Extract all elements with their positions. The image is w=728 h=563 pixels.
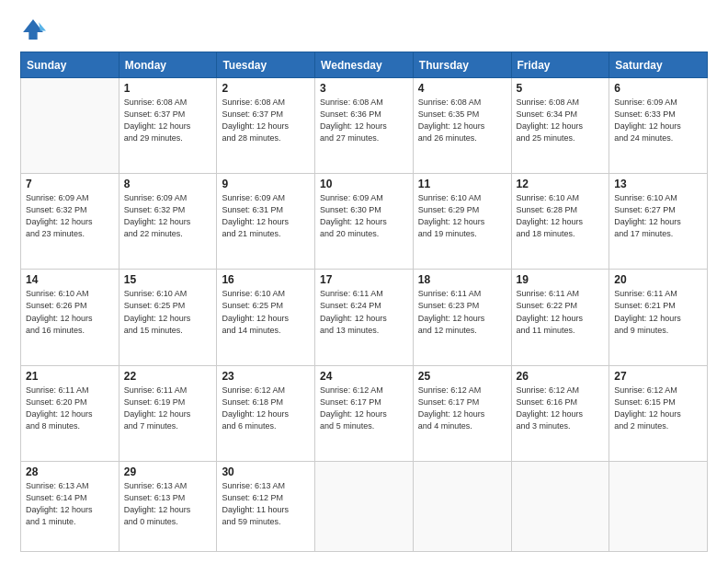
day-info: Sunrise: 6:10 AM Sunset: 6:26 PM Dayligh…	[26, 288, 114, 336]
day-number: 18	[418, 273, 506, 286]
day-number: 4	[418, 82, 506, 95]
day-info: Sunrise: 6:12 AM Sunset: 6:16 PM Dayligh…	[517, 385, 605, 432]
day-number: 29	[124, 465, 212, 478]
week-row-4: 21Sunrise: 6:11 AM Sunset: 6:20 PM Dayli…	[21, 365, 708, 461]
day-number: 5	[517, 82, 605, 95]
day-number: 9	[222, 178, 310, 190]
calendar-cell: 7Sunrise: 6:09 AM Sunset: 6:32 PM Daylig…	[21, 174, 119, 270]
day-number: 19	[517, 273, 605, 286]
header	[20, 17, 708, 42]
day-number: 16	[222, 273, 310, 286]
day-info: Sunrise: 6:10 AM Sunset: 6:28 PM Dayligh…	[517, 192, 605, 240]
day-info: Sunrise: 6:12 AM Sunset: 6:18 PM Dayligh…	[222, 385, 310, 432]
calendar-cell	[609, 461, 708, 551]
calendar-cell: 3Sunrise: 6:08 AM Sunset: 6:36 PM Daylig…	[315, 78, 414, 174]
logo	[20, 17, 50, 42]
calendar-cell: 20Sunrise: 6:11 AM Sunset: 6:21 PM Dayli…	[609, 270, 708, 365]
calendar-cell: 1Sunrise: 6:08 AM Sunset: 6:37 PM Daylig…	[119, 78, 217, 174]
day-info: Sunrise: 6:10 AM Sunset: 6:27 PM Dayligh…	[614, 192, 702, 240]
calendar-cell	[413, 461, 511, 551]
calendar-cell: 22Sunrise: 6:11 AM Sunset: 6:19 PM Dayli…	[119, 365, 217, 461]
calendar-cell: 8Sunrise: 6:09 AM Sunset: 6:32 PM Daylig…	[119, 174, 217, 270]
calendar-cell: 25Sunrise: 6:12 AM Sunset: 6:17 PM Dayli…	[413, 365, 511, 461]
day-info: Sunrise: 6:10 AM Sunset: 6:29 PM Dayligh…	[418, 192, 506, 240]
weekday-header-row: SundayMondayTuesdayWednesdayThursdayFrid…	[21, 52, 708, 78]
day-info: Sunrise: 6:10 AM Sunset: 6:25 PM Dayligh…	[222, 288, 310, 336]
weekday-header-tuesday: Tuesday	[217, 52, 315, 78]
day-number: 8	[124, 178, 212, 190]
weekday-header-thursday: Thursday	[413, 52, 511, 78]
day-info: Sunrise: 6:08 AM Sunset: 6:36 PM Dayligh…	[320, 97, 408, 144]
calendar-cell	[315, 461, 414, 551]
calendar-cell	[511, 461, 609, 551]
day-number: 3	[320, 82, 408, 95]
weekday-header-monday: Monday	[119, 52, 217, 78]
day-info: Sunrise: 6:13 AM Sunset: 6:13 PM Dayligh…	[124, 480, 212, 528]
calendar-cell: 2Sunrise: 6:08 AM Sunset: 6:37 PM Daylig…	[217, 78, 315, 174]
weekday-header-friday: Friday	[511, 52, 609, 78]
day-number: 26	[517, 370, 605, 383]
weekday-header-saturday: Saturday	[609, 52, 708, 78]
weekday-header-sunday: Sunday	[21, 52, 119, 78]
day-number: 7	[26, 178, 114, 190]
calendar-table: SundayMondayTuesdayWednesdayThursdayFrid…	[20, 52, 708, 552]
calendar-cell: 15Sunrise: 6:10 AM Sunset: 6:25 PM Dayli…	[119, 270, 217, 365]
day-number: 30	[222, 465, 310, 478]
logo-icon	[20, 17, 46, 42]
day-info: Sunrise: 6:11 AM Sunset: 6:22 PM Dayligh…	[517, 288, 605, 336]
day-info: Sunrise: 6:11 AM Sunset: 6:21 PM Dayligh…	[614, 288, 702, 336]
day-number: 20	[614, 273, 702, 286]
day-info: Sunrise: 6:11 AM Sunset: 6:19 PM Dayligh…	[124, 385, 212, 432]
week-row-1: 1Sunrise: 6:08 AM Sunset: 6:37 PM Daylig…	[21, 78, 708, 174]
calendar-cell: 24Sunrise: 6:12 AM Sunset: 6:17 PM Dayli…	[315, 365, 414, 461]
day-number: 15	[124, 273, 212, 286]
calendar-cell: 5Sunrise: 6:08 AM Sunset: 6:34 PM Daylig…	[511, 78, 609, 174]
calendar-cell: 23Sunrise: 6:12 AM Sunset: 6:18 PM Dayli…	[217, 365, 315, 461]
week-row-3: 14Sunrise: 6:10 AM Sunset: 6:26 PM Dayli…	[21, 270, 708, 365]
day-info: Sunrise: 6:08 AM Sunset: 6:37 PM Dayligh…	[124, 97, 212, 144]
calendar-cell: 29Sunrise: 6:13 AM Sunset: 6:13 PM Dayli…	[119, 461, 217, 551]
day-info: Sunrise: 6:08 AM Sunset: 6:34 PM Dayligh…	[517, 97, 605, 144]
day-info: Sunrise: 6:09 AM Sunset: 6:31 PM Dayligh…	[222, 192, 310, 240]
calendar-cell: 9Sunrise: 6:09 AM Sunset: 6:31 PM Daylig…	[217, 174, 315, 270]
calendar-cell: 28Sunrise: 6:13 AM Sunset: 6:14 PM Dayli…	[21, 461, 119, 551]
day-info: Sunrise: 6:12 AM Sunset: 6:17 PM Dayligh…	[320, 385, 408, 432]
day-number: 13	[614, 178, 702, 190]
day-number: 21	[26, 370, 114, 383]
calendar-cell: 17Sunrise: 6:11 AM Sunset: 6:24 PM Dayli…	[315, 270, 414, 365]
day-info: Sunrise: 6:09 AM Sunset: 6:32 PM Dayligh…	[124, 192, 212, 240]
day-info: Sunrise: 6:11 AM Sunset: 6:20 PM Dayligh…	[26, 385, 114, 432]
calendar-cell: 19Sunrise: 6:11 AM Sunset: 6:22 PM Dayli…	[511, 270, 609, 365]
day-info: Sunrise: 6:09 AM Sunset: 6:30 PM Dayligh…	[320, 192, 408, 240]
day-number: 1	[124, 82, 212, 95]
calendar-cell: 27Sunrise: 6:12 AM Sunset: 6:15 PM Dayli…	[609, 365, 708, 461]
day-info: Sunrise: 6:08 AM Sunset: 6:35 PM Dayligh…	[418, 97, 506, 144]
calendar-cell: 30Sunrise: 6:13 AM Sunset: 6:12 PM Dayli…	[217, 461, 315, 551]
weekday-header-wednesday: Wednesday	[315, 52, 414, 78]
day-number: 10	[320, 178, 408, 190]
day-info: Sunrise: 6:12 AM Sunset: 6:15 PM Dayligh…	[614, 385, 702, 432]
calendar-cell: 11Sunrise: 6:10 AM Sunset: 6:29 PM Dayli…	[413, 174, 511, 270]
day-number: 24	[320, 370, 408, 383]
day-number: 2	[222, 82, 310, 95]
calendar-cell: 18Sunrise: 6:11 AM Sunset: 6:23 PM Dayli…	[413, 270, 511, 365]
calendar-cell: 21Sunrise: 6:11 AM Sunset: 6:20 PM Dayli…	[21, 365, 119, 461]
day-info: Sunrise: 6:09 AM Sunset: 6:33 PM Dayligh…	[614, 97, 702, 144]
day-info: Sunrise: 6:09 AM Sunset: 6:32 PM Dayligh…	[26, 192, 114, 240]
calendar-cell: 13Sunrise: 6:10 AM Sunset: 6:27 PM Dayli…	[609, 174, 708, 270]
day-info: Sunrise: 6:12 AM Sunset: 6:17 PM Dayligh…	[418, 385, 506, 432]
day-info: Sunrise: 6:10 AM Sunset: 6:25 PM Dayligh…	[124, 288, 212, 336]
calendar-cell: 26Sunrise: 6:12 AM Sunset: 6:16 PM Dayli…	[511, 365, 609, 461]
day-number: 11	[418, 178, 506, 190]
day-number: 14	[26, 273, 114, 286]
calendar-cell: 12Sunrise: 6:10 AM Sunset: 6:28 PM Dayli…	[511, 174, 609, 270]
day-info: Sunrise: 6:13 AM Sunset: 6:12 PM Dayligh…	[222, 480, 310, 528]
day-number: 27	[614, 370, 702, 383]
week-row-5: 28Sunrise: 6:13 AM Sunset: 6:14 PM Dayli…	[21, 461, 708, 551]
calendar-cell	[21, 78, 119, 174]
calendar-cell: 14Sunrise: 6:10 AM Sunset: 6:26 PM Dayli…	[21, 270, 119, 365]
day-number: 12	[517, 178, 605, 190]
calendar-cell: 16Sunrise: 6:10 AM Sunset: 6:25 PM Dayli…	[217, 270, 315, 365]
calendar-cell: 6Sunrise: 6:09 AM Sunset: 6:33 PM Daylig…	[609, 78, 708, 174]
day-info: Sunrise: 6:08 AM Sunset: 6:37 PM Dayligh…	[222, 97, 310, 144]
